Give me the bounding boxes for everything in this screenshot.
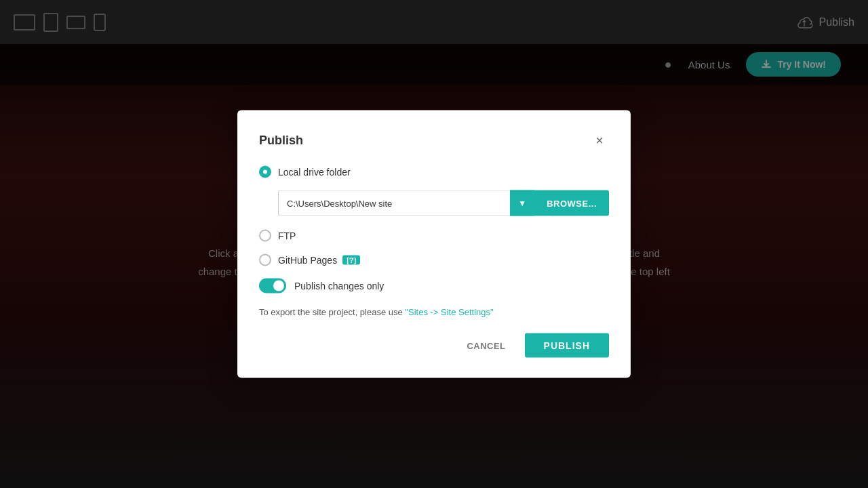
publish-changes-label: Publish changes only [294, 281, 384, 291]
github-radio[interactable] [259, 254, 271, 266]
chevron-down-icon: ▼ [518, 199, 526, 208]
close-button[interactable]: × [590, 131, 609, 150]
github-label-row: GitHub Pages [?] [278, 255, 360, 266]
local-drive-option[interactable]: Local drive folder [259, 166, 609, 178]
publish-dialog: Publish × Local drive folder ▼ BROWSE...… [237, 110, 631, 378]
dialog-title: Publish [259, 133, 303, 147]
publish-changes-toggle[interactable] [259, 279, 286, 293]
publish-changes-row: Publish changes only [259, 279, 609, 293]
dialog-header: Publish × [259, 131, 609, 150]
ftp-option[interactable]: FTP [259, 230, 609, 242]
path-input[interactable] [278, 190, 510, 216]
github-label: GitHub Pages [278, 255, 337, 266]
toggle-knob [273, 281, 284, 291]
browse-button[interactable]: BROWSE... [534, 190, 609, 216]
dialog-footer: CANCEL PUBLISH [259, 333, 609, 358]
local-drive-label: Local drive folder [278, 167, 351, 178]
site-settings-link[interactable]: "Sites -> Site Settings" [405, 307, 493, 317]
github-option[interactable]: GitHub Pages [?] [259, 254, 609, 266]
local-drive-radio[interactable] [259, 166, 271, 178]
export-note: To export the site project, please use "… [259, 307, 609, 317]
export-note-text: To export the site project, please use [259, 307, 405, 317]
publish-button[interactable]: PUBLISH [525, 333, 609, 358]
ftp-label: FTP [278, 230, 296, 241]
github-help-badge[interactable]: [?] [342, 256, 360, 265]
path-dropdown-button[interactable]: ▼ [510, 190, 534, 216]
ftp-radio[interactable] [259, 230, 271, 242]
cancel-button[interactable]: CANCEL [456, 333, 516, 357]
path-row: ▼ BROWSE... [278, 190, 609, 216]
